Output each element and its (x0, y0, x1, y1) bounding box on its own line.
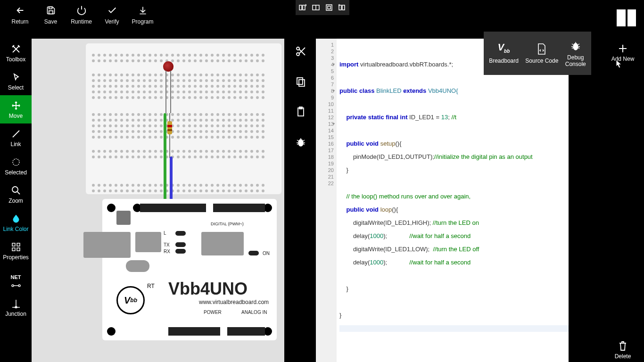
layout-option-2[interactable] (312, 3, 320, 12)
svg-point-15 (12, 285, 14, 287)
debug-button[interactable] (295, 136, 307, 148)
editor-code-area[interactable]: import virtualbreadboard.vbbRT.boards.*;… (337, 39, 569, 362)
led-leg (170, 71, 171, 113)
editor-gutter: 1234▾5678▾910111213▾141516171819202122 (316, 39, 337, 362)
add-new-button[interactable]: Add New (602, 39, 644, 62)
properties-button[interactable]: Properties (0, 237, 32, 265)
net-icon: NET (11, 272, 21, 283)
move-button[interactable]: Move (0, 95, 32, 123)
junction-button[interactable]: Junction (0, 293, 32, 321)
delete-button[interactable]: Delete (602, 341, 644, 360)
svg-rect-0 (49, 7, 52, 9)
runtime-button[interactable]: Runtime (66, 2, 97, 25)
chip-icon (135, 232, 161, 252)
code-editor[interactable]: 1234▾5678▾910111213▾141516171819202122 i… (316, 39, 569, 362)
svg-rect-11 (12, 243, 15, 246)
zoom-button[interactable]: Zoom (0, 180, 32, 208)
layout-option-3[interactable] (325, 3, 333, 12)
led-indicator-icon (248, 251, 259, 255)
copy-icon (296, 76, 306, 87)
svg-rect-6 (328, 6, 330, 9)
resistor-component[interactable] (167, 121, 172, 134)
svg-rect-20 (297, 78, 303, 84)
svg-rect-12 (17, 243, 20, 246)
select-button[interactable]: Select (0, 67, 32, 95)
usb-port-icon (83, 232, 131, 258)
grid-icon (11, 241, 21, 253)
net-button[interactable]: NET (0, 265, 32, 293)
source-code-option[interactable]: Source Code (525, 42, 558, 64)
paste-button[interactable] (295, 106, 307, 118)
program-button[interactable]: Program (127, 2, 158, 25)
add-new-submenu: Vbb Breadboard Source Code DebugConsole (484, 32, 591, 75)
save-button[interactable]: Save (35, 2, 66, 25)
wire-green[interactable] (164, 113, 166, 208)
led-rx-label: RX (164, 249, 170, 254)
debug-console-option[interactable]: DebugConsole (565, 39, 586, 67)
svg-rect-13 (12, 248, 15, 251)
tools-icon (11, 43, 21, 55)
pointer-icon (11, 72, 21, 83)
led-leg (165, 71, 166, 113)
return-button[interactable]: Return (5, 2, 35, 25)
breadboard-component[interactable]: /* rows drawn below via JS */ (86, 43, 281, 194)
resistor-leg (169, 134, 170, 158)
line-icon (11, 128, 21, 140)
svg-rect-21 (299, 80, 305, 86)
junction-icon (11, 298, 21, 309)
resistor-leg (169, 113, 170, 122)
move-icon (11, 100, 21, 111)
paint-icon (11, 213, 21, 224)
cut-button[interactable] (295, 45, 307, 58)
vbb-logo-icon: Vbb (116, 286, 145, 314)
led-tx-label: TX (164, 242, 170, 247)
svg-point-16 (18, 285, 20, 287)
led-on-label: ON (263, 251, 270, 256)
download-icon (138, 4, 148, 16)
board-title: Vbb4UNO (168, 279, 248, 299)
svg-point-10 (12, 187, 18, 192)
design-canvas[interactable]: /* rows drawn below via JS */ DIGITAL (P… (32, 39, 284, 362)
analog-header (227, 327, 265, 336)
svg-point-18 (297, 47, 299, 50)
net-line-icon (11, 284, 21, 287)
copy-button[interactable] (295, 75, 307, 88)
breadboard-option[interactable]: Vbb Breadboard (489, 42, 519, 64)
link-button[interactable]: Link (0, 123, 32, 152)
clipboard-icon (296, 107, 306, 117)
save-icon (46, 4, 56, 16)
mount-hole-icon (107, 204, 116, 212)
verify-button[interactable]: Verify (97, 2, 127, 25)
link-color-button[interactable]: Link Color (0, 208, 32, 237)
window-layout-group (296, 0, 349, 15)
mcu-chip-icon (201, 232, 244, 255)
svg-point-25 (573, 43, 578, 50)
led-l-label: L (164, 230, 166, 236)
power-header (168, 327, 220, 336)
plus-icon (618, 43, 628, 54)
svg-rect-2 (299, 5, 302, 10)
board-website: www.virtualbreadboard.com (199, 299, 269, 305)
svg-rect-3 (303, 5, 305, 10)
svg-rect-8 (342, 5, 345, 10)
layout-option-4[interactable] (338, 3, 347, 12)
check-icon (107, 4, 117, 16)
led-indicator-icon (175, 249, 186, 254)
capacitor-icon (126, 260, 149, 272)
layout-option-1[interactable] (298, 3, 307, 12)
rt-label: RT (147, 283, 155, 289)
svg-rect-14 (17, 248, 20, 251)
reset-button-icon (116, 211, 131, 225)
selected-button[interactable]: Selected (0, 152, 32, 180)
power-icon (76, 4, 87, 16)
digital-header-2 (213, 204, 265, 212)
trash-icon (618, 341, 627, 351)
toolbox-button[interactable]: Toolbox (0, 39, 32, 67)
zoom-icon (11, 185, 21, 196)
svg-point-24 (298, 140, 303, 146)
arduino-board[interactable]: DIGITAL (PWM~) L TX RX ON Vbb RT Vbb4UNO… (102, 199, 277, 340)
led-component[interactable] (163, 61, 173, 72)
led-indicator-icon (175, 242, 186, 247)
power-label: POWER (204, 310, 222, 315)
split-view-toggle[interactable] (616, 8, 637, 27)
